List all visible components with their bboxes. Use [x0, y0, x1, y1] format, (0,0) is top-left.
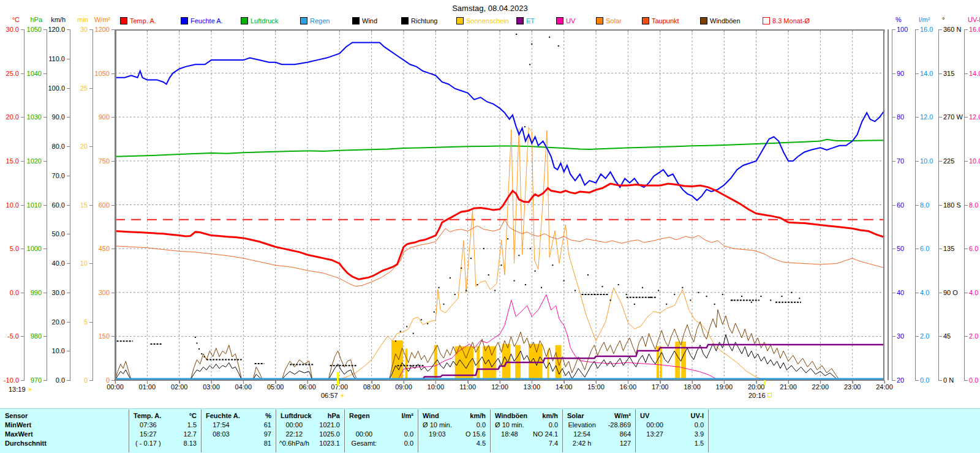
axis-tick-label: 80	[897, 113, 904, 121]
series-richtung-dot	[530, 248, 531, 249]
min-time: Ø 10 min.	[490, 421, 529, 429]
stats-column-feuchte-a: Feuchte A.%17:546108:039781	[201, 409, 276, 453]
series-richtung-dot	[413, 333, 414, 334]
avg-time: ( - 0.17 )	[129, 439, 168, 447]
x-tick-label: 23:00	[839, 383, 866, 391]
max-value: 3.9	[674, 430, 708, 438]
max-time: 08:03	[201, 430, 241, 438]
series-richtung-dot	[201, 353, 202, 354]
legend-item-temp-a: Temp. A.	[120, 17, 156, 24]
axis-tick	[67, 117, 70, 118]
axis-tick	[111, 161, 115, 162]
x-tick-label: 09:00	[390, 383, 417, 391]
axis-tick-label: 90	[897, 70, 904, 77]
col-title: Feuchte A.	[201, 411, 241, 420]
row-label-maxwert: MaxWert	[5, 430, 33, 438]
series-richtung-dot	[751, 302, 752, 303]
stats-min-regen	[344, 421, 418, 429]
axis-tick-label: 1020	[17, 157, 42, 165]
avg-time	[418, 439, 457, 447]
legend-item-solar: Solar	[596, 17, 622, 24]
legend-label-regen: Regen	[310, 17, 330, 24]
x-tick-label: 21:00	[775, 383, 802, 391]
avg-value: 127	[601, 439, 635, 447]
axis-tick	[965, 161, 968, 162]
avg-value: 4.5	[457, 439, 490, 447]
stats-column-solar: SolarW/m²Elevation-28.86912:548642:42 h1…	[562, 409, 635, 453]
min-value: 0.0	[457, 421, 490, 429]
series-richtung-dot	[770, 299, 771, 301]
stats-avg-temp-a: ( - 0.17 )8.13	[129, 439, 201, 447]
axis-tick-label: 990	[17, 289, 42, 296]
legend-item-uv: UV	[556, 17, 575, 24]
col-title: Solar	[562, 411, 601, 420]
series-richtung-dot	[494, 290, 496, 291]
x-tick-label: 15:00	[582, 383, 609, 391]
axis-unit-: °	[942, 16, 944, 23]
stats-avg-luftdruck: ^0.6hPa/h1023.1	[276, 439, 344, 447]
axis-tick-label: 110.0	[40, 55, 65, 62]
series-richtung-dot	[658, 290, 659, 291]
axis-tick	[965, 249, 968, 249]
x-tick-label: 05:00	[262, 383, 289, 391]
series-richtung-dot	[575, 290, 576, 291]
series-richtung-dot	[427, 323, 428, 324]
axis-tick	[965, 293, 968, 293]
stats-max-windb-en: 18:48NO 24.1	[490, 430, 562, 438]
legend-swatch-temp-a	[120, 17, 127, 24]
legend-swatch-et	[516, 17, 524, 24]
series-richtung-dot	[714, 304, 715, 305]
series-richtung-dot	[634, 304, 635, 305]
axis-tick-label: 40.0	[40, 260, 65, 267]
min-value: 0.0	[529, 421, 562, 429]
axis-tick-label: 600	[85, 201, 110, 209]
legend-label-feuchte-a: Feuchte A.	[190, 17, 223, 24]
axis-tick	[916, 117, 919, 118]
legend-swatch-wind	[352, 17, 360, 24]
axis-tick-label: 150	[85, 332, 110, 340]
series-richtung-dot	[525, 284, 526, 285]
weather-day-chart: Samstag, 08.04.2023 Temp. A.Feuchte A.Lu…	[0, 0, 980, 453]
series-richtung-dot	[698, 292, 699, 293]
axis-tick-label: 30	[62, 26, 88, 33]
series-richtung-dot	[516, 34, 517, 35]
axis-tick-label: 5	[62, 318, 88, 326]
series-richtung-dot	[514, 280, 515, 282]
stats-avg-windb-en: 7.4	[490, 439, 562, 447]
row-label-sensor: Sensor	[5, 411, 28, 420]
col-title: Luftdruck	[276, 411, 312, 420]
legend-item-sonnenschein: Sonnenschein	[456, 17, 509, 24]
legend-swatch-8-3-monat	[763, 17, 770, 24]
axis-tick	[111, 205, 115, 206]
axis-tick-label: 225	[943, 157, 954, 165]
col-unit: km/h	[529, 411, 562, 420]
axis-tick-label: 970	[17, 376, 42, 384]
stats-min-uv: 00:000.0	[635, 421, 708, 429]
axis-tick	[67, 176, 70, 176]
axis-tick-label: 50.0	[40, 230, 65, 238]
axis-tick	[892, 336, 895, 337]
axis-tick	[111, 117, 115, 118]
series-richtung-dot	[443, 304, 444, 305]
x-tick-label: 19:00	[710, 383, 737, 391]
axis-tick	[67, 351, 70, 351]
series-richtung-dot	[524, 126, 526, 127]
series-richtung-dot	[601, 286, 603, 287]
axis-tick	[89, 88, 92, 89]
min-value	[384, 421, 418, 429]
axis-tick-label: 100.0	[40, 84, 65, 92]
axis-tick-label: 2.0	[969, 332, 978, 340]
stats-header-temp-a: Temp. A.°C	[129, 411, 201, 420]
avg-time	[490, 439, 529, 447]
series-richtung-dot	[531, 43, 532, 45]
min-time: Elevation	[562, 421, 601, 429]
axis-tick-label: 0.0	[920, 376, 929, 384]
axis-tick	[892, 380, 895, 381]
x-tick-label: 08:00	[358, 383, 385, 391]
axis-tick-label: 1030	[17, 113, 42, 121]
axis-unit-l-m: l/m²	[919, 16, 930, 23]
axis-tick	[916, 293, 919, 293]
x-tick-label: 04:00	[230, 383, 257, 391]
max-value: 1025.0	[312, 430, 344, 438]
stats-min-luftdruck: 00:001021.0	[276, 421, 344, 429]
